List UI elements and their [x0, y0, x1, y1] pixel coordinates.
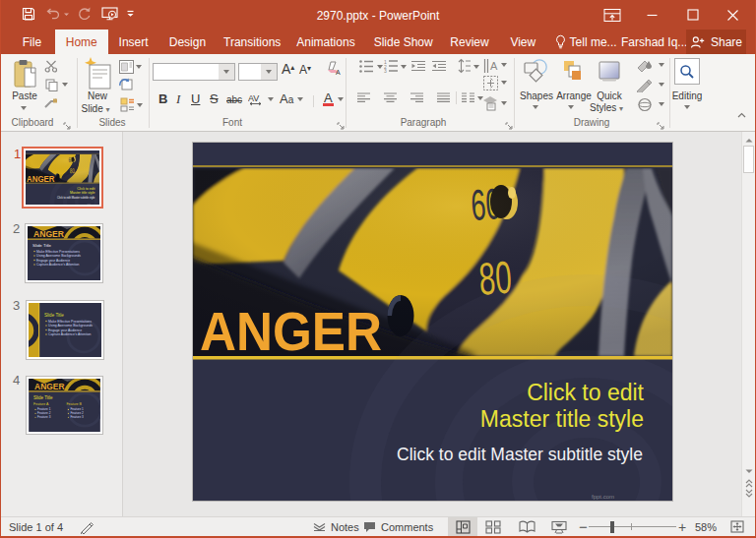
svg-text:Feature B: Feature B — [66, 402, 82, 406]
svg-text:Using Awesome Backgrounds: Using Awesome Backgrounds — [36, 254, 81, 258]
svg-text:3: 3 — [384, 68, 387, 73]
svg-text:fppt.com: fppt.com — [592, 494, 614, 500]
svg-text:A: A — [336, 69, 341, 76]
svg-text:Capture Audience's Attention: Capture Audience's Attention — [36, 263, 80, 267]
svg-text:Slide Title: Slide Title — [32, 243, 52, 248]
svg-text:Make Effective Presentations: Make Effective Presentations — [48, 320, 92, 324]
svg-text:A: A — [490, 60, 498, 72]
svg-text:Using Awesome Backgrounds: Using Awesome Backgrounds — [48, 324, 93, 328]
svg-text:Slide Title: Slide Title — [33, 395, 53, 400]
svg-text:Feature 3: Feature 3 — [37, 415, 51, 419]
svg-text:Slide Title: Slide Title — [44, 313, 64, 318]
svg-text:Engage your Audience: Engage your Audience — [48, 329, 82, 332]
svg-text:AV: AV — [248, 93, 259, 103]
svg-text:Click to edit Master subtitle: Click to edit Master subtitle style — [397, 445, 643, 464]
svg-text:Feature A: Feature A — [33, 402, 49, 406]
svg-text:Make Effective Presentations: Make Effective Presentations — [36, 250, 80, 254]
svg-text:Master title style: Master title style — [480, 406, 644, 432]
svg-text:ANGER: ANGER — [200, 300, 382, 362]
svg-text:Engage your Audience: Engage your Audience — [36, 259, 70, 263]
svg-text:Capture Audience's Attention: Capture Audience's Attention — [48, 332, 92, 336]
svg-text:Click to edit: Click to edit — [527, 380, 644, 405]
svg-text:Feature 3: Feature 3 — [70, 415, 84, 419]
